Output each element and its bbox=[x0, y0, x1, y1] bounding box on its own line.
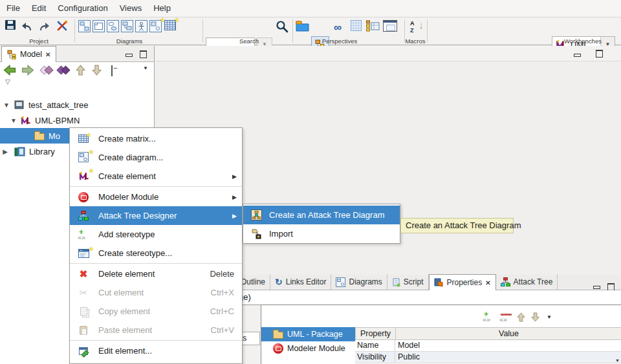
project-perspective-button[interactable] bbox=[296, 20, 309, 32]
properties-menu-button[interactable]: ▼ bbox=[542, 310, 556, 324]
value-cell[interactable]: Model bbox=[395, 340, 621, 351]
submenu-item-create-attack-tree-diagram[interactable]: Create an Attack Tree Diagram bbox=[243, 206, 400, 224]
chevron-down-icon[interactable]: ▼ bbox=[615, 355, 620, 364]
board-perspective-button[interactable] bbox=[383, 20, 397, 32]
submenu-item-label: Create an Attack Tree Diagram bbox=[269, 210, 384, 220]
menu-edit[interactable]: Edit bbox=[26, 0, 52, 17]
expander-icon[interactable]: ▼ bbox=[10, 117, 17, 124]
diagram-tool-button-5[interactable] bbox=[135, 20, 147, 32]
maximize-icon[interactable] bbox=[607, 283, 615, 290]
tab-label: Properties bbox=[447, 278, 483, 287]
save-button[interactable] bbox=[5, 20, 16, 30]
outline-grid-perspective-button[interactable] bbox=[366, 20, 380, 32]
element-item-package[interactable]: UML - Package bbox=[261, 327, 355, 341]
tools-icon bbox=[56, 20, 68, 32]
add-stereotype-icon: +«» bbox=[78, 228, 89, 241]
menu-item-create-diagram[interactable]: Create diagram... bbox=[70, 148, 242, 167]
menu-file[interactable]: File bbox=[1, 0, 26, 17]
undo-button[interactable] bbox=[21, 20, 34, 32]
close-icon[interactable]: ✕ bbox=[485, 279, 490, 286]
shortcut-label: Delete bbox=[210, 269, 234, 279]
import-icon bbox=[251, 228, 262, 239]
grid-perspective-button[interactable] bbox=[351, 20, 362, 31]
menu-item-add-stereotype[interactable]: +«» Add stereotype bbox=[70, 225, 242, 244]
matrix-icon bbox=[78, 134, 89, 143]
use-case-diagram-icon bbox=[107, 20, 119, 32]
down-arrow-icon bbox=[530, 312, 540, 322]
tree-item-uml-bpmn[interactable]: ▼ UML-BPMN bbox=[0, 112, 154, 128]
forward-arrow-icon bbox=[21, 65, 34, 76]
menu-help[interactable]: Help bbox=[147, 0, 177, 17]
nav-forward-button[interactable] bbox=[21, 65, 34, 76]
properties-main: +«» ▬▬«» ▼ UML - Package Modeler Module bbox=[261, 305, 621, 364]
expander-icon[interactable]: ▼ bbox=[3, 102, 10, 109]
filter-chevron-icon[interactable]: ▽ bbox=[5, 78, 10, 85]
table-row-name[interactable]: Name Model bbox=[355, 340, 621, 352]
move-up-button[interactable] bbox=[75, 65, 86, 76]
diagram-tool-button-2[interactable] bbox=[93, 20, 105, 32]
menu-configuration[interactable]: Configuration bbox=[52, 0, 113, 17]
library-icon bbox=[14, 146, 25, 156]
redo-button[interactable] bbox=[38, 20, 50, 32]
related-target-button[interactable] bbox=[56, 65, 71, 76]
submenu-arrow-icon: ▶ bbox=[232, 173, 237, 180]
menu-views[interactable]: Views bbox=[114, 0, 147, 17]
menu-item-delete-element[interactable]: ✖ Delete element Delete bbox=[70, 264, 242, 283]
diagram-icon bbox=[78, 152, 89, 163]
value-cell[interactable]: Public▼ bbox=[395, 352, 621, 363]
remove-stereotype-button[interactable]: ▬▬«» bbox=[498, 310, 512, 324]
toolbar-group-label-macros: Macros bbox=[389, 37, 441, 45]
new-diagram-button[interactable] bbox=[149, 20, 162, 32]
tab-properties[interactable]: Properties ✕ bbox=[429, 274, 496, 290]
expander-icon[interactable]: ▶ bbox=[1, 148, 9, 155]
menu-separator bbox=[70, 186, 242, 187]
links-perspective-icon: ∞ bbox=[334, 21, 342, 34]
menu-item-edit-element[interactable]: Edit element... bbox=[70, 341, 242, 360]
nav-back-button[interactable] bbox=[3, 65, 16, 76]
module-icon bbox=[273, 343, 283, 354]
properties-icon bbox=[434, 278, 444, 287]
configure-button[interactable] bbox=[56, 20, 68, 32]
menu-item-cut-element[interactable]: ✂ Cut element Ctrl+X bbox=[70, 283, 242, 302]
tab-attack-tree[interactable]: Attack Tree bbox=[496, 274, 558, 290]
tab-script[interactable]: Script bbox=[387, 274, 429, 290]
diagram-tool-button-3[interactable] bbox=[107, 20, 119, 32]
menu-item-modeler-module[interactable]: Modeler Module ▶ bbox=[70, 187, 242, 206]
menu-item-create-matrix[interactable]: Create matrix... bbox=[70, 129, 242, 148]
new-diagram-icon bbox=[149, 20, 162, 32]
collapse-all-button[interactable] bbox=[111, 65, 113, 76]
tab-model[interactable]: Model ✕ bbox=[1, 46, 56, 62]
table-header: Property Value bbox=[355, 327, 621, 340]
shortcut-label: Ctrl+X bbox=[211, 288, 234, 297]
move-down-button[interactable] bbox=[91, 65, 102, 76]
column-property: Property bbox=[356, 328, 396, 339]
tab-label: Links Editor bbox=[286, 277, 327, 286]
search-button[interactable] bbox=[276, 20, 289, 33]
menu-item-create-stereotype[interactable]: «» Create stereotype... bbox=[70, 244, 242, 262]
close-icon[interactable]: ✕ bbox=[45, 51, 50, 58]
view-menu-button[interactable]: ▼ bbox=[143, 65, 148, 71]
menu-item-paste-element[interactable]: Paste element Ctrl+V bbox=[70, 321, 242, 339]
diagram-tool-button-4[interactable] bbox=[121, 20, 133, 32]
menu-item-create-element[interactable]: Create element ▶ bbox=[70, 167, 242, 186]
sort-macro-button[interactable]: AZ↓ bbox=[409, 20, 424, 34]
minimize-icon[interactable] bbox=[593, 283, 600, 290]
menu-item-copy-element[interactable]: Copy element Ctrl+C bbox=[70, 302, 242, 321]
tree-item-project[interactable]: ▼ test_attack_tree bbox=[0, 97, 154, 112]
add-stereotype-button[interactable]: +«» bbox=[481, 310, 496, 324]
tab-diagrams[interactable]: Diagrams bbox=[331, 274, 387, 290]
table-row-visibility[interactable]: Visibility Public▼ bbox=[355, 352, 621, 363]
submenu-item-import[interactable]: Import bbox=[243, 224, 400, 243]
element-item-module[interactable]: Modeler Module bbox=[261, 341, 355, 356]
related-origin-button[interactable] bbox=[39, 65, 54, 76]
diamond-light-icon bbox=[39, 65, 54, 76]
menu-item-attack-tree-designer[interactable]: Attack Tree Designer ▶ bbox=[70, 206, 242, 225]
new-matrix-button[interactable] bbox=[164, 20, 176, 30]
links-perspective-button[interactable]: ∞ bbox=[334, 21, 342, 34]
move-up-button[interactable] bbox=[514, 310, 528, 324]
menu-separator bbox=[70, 263, 242, 264]
tab-links-editor[interactable]: ↻ Links Editor bbox=[270, 274, 331, 290]
diagram-tool-button-1[interactable] bbox=[78, 20, 91, 32]
tree-item-label: UML-BPMN bbox=[35, 116, 80, 125]
move-down-button[interactable] bbox=[528, 310, 542, 324]
